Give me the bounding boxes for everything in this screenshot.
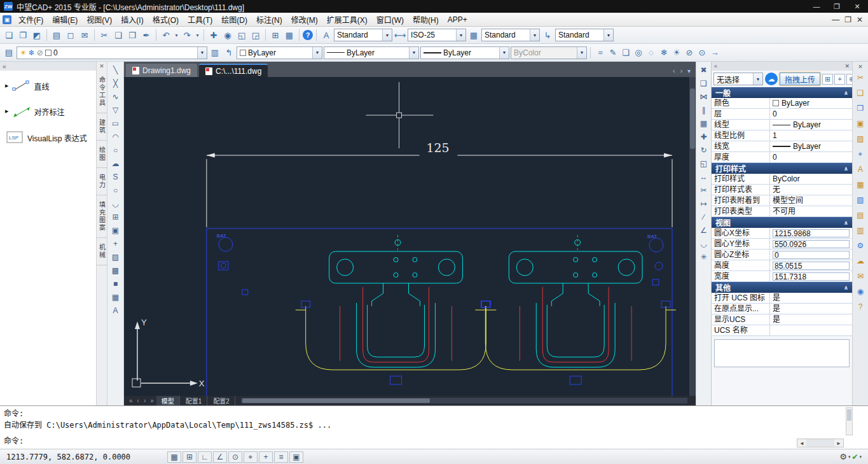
zoom-previous-icon[interactable]: ◲	[249, 29, 262, 41]
menu-app-plus[interactable]: APP+	[443, 13, 472, 26]
tab-list-icon[interactable]: ▾	[687, 67, 691, 74]
layer-freeze-icon[interactable]: ❄	[658, 46, 670, 59]
rectangle-icon[interactable]: ▭	[109, 117, 122, 129]
region-icon[interactable]: ■	[109, 278, 122, 290]
redo-icon[interactable]: ↷	[181, 29, 193, 41]
move-icon[interactable]: ✚	[698, 130, 710, 143]
construction-line-icon[interactable]: ╳	[109, 77, 122, 89]
explode-icon[interactable]: ✳	[698, 251, 710, 263]
gradient-icon[interactable]: ▩	[109, 264, 122, 276]
circle-icon[interactable]: ○	[109, 144, 122, 156]
annotation-check-icon[interactable]: ✔	[851, 453, 858, 461]
color-combo[interactable]: ByLayer ▾	[237, 46, 322, 59]
dock-cloud-icon[interactable]: ☁	[854, 255, 867, 266]
extend-icon[interactable]: ↦	[698, 197, 710, 209]
ellipse-arc-icon[interactable]: ◡	[109, 197, 122, 209]
line-icon[interactable]: ╲	[109, 64, 122, 76]
scale-icon[interactable]: ◱	[698, 157, 710, 169]
drawing-canvas[interactable]: 125 BAT BAT	[124, 77, 696, 396]
otrack-icon[interactable]: ⌖	[244, 451, 258, 463]
dock-hatch-icon[interactable]: ▨	[854, 133, 867, 144]
undo-history-arrow-icon[interactable]: ▾	[174, 29, 179, 41]
zoom-realtime-icon[interactable]: ◉	[221, 29, 234, 41]
copy-icon[interactable]: ❑	[112, 29, 125, 41]
chevron-down-icon[interactable]: ▾	[382, 29, 392, 41]
snap-icon[interactable]: ⊞	[183, 451, 196, 463]
scroll-right-icon[interactable]: ▶	[834, 440, 843, 446]
chevron-down-icon[interactable]: ▾	[603, 29, 613, 41]
text-style-combo[interactable]: Standard ▾	[334, 29, 392, 41]
gear-icon[interactable]: ⚙	[839, 452, 847, 461]
quick-select-icon[interactable]: ⊞	[822, 74, 833, 85]
dim-style-combo[interactable]: ISO-25 ▾	[408, 29, 466, 41]
open-file-icon[interactable]: ❐	[17, 29, 29, 41]
menu-express-tools[interactable]: 扩展工具(X)	[322, 12, 372, 27]
new-file-icon[interactable]: ❏	[3, 29, 15, 41]
corner-marker-left[interactable]: BAT	[217, 233, 248, 295]
offset-icon[interactable]: ∥	[698, 104, 710, 116]
menu-format[interactable]: 格式(O)	[148, 12, 183, 27]
publish-icon[interactable]: ✉	[78, 29, 91, 41]
ortho-icon[interactable]: ∟	[198, 451, 212, 463]
menu-file[interactable]: 文件(F)	[14, 12, 48, 27]
chevron-down-icon[interactable]: ▾	[753, 73, 762, 85]
chamfer-icon[interactable]: ∠	[698, 224, 710, 236]
palette-item-line[interactable]: ▶ 直线	[5, 80, 91, 92]
chevron-down-icon[interactable]: ▾	[499, 47, 509, 59]
chevron-down-icon[interactable]: ▾	[409, 47, 418, 59]
layer-walk-icon[interactable]: ≈	[594, 46, 607, 59]
fillet-icon[interactable]: ◡	[698, 237, 710, 250]
zw-cloud-icon[interactable]: ☁	[765, 73, 778, 85]
redo-history-arrow-icon[interactable]: ▾	[195, 29, 200, 41]
dimension-125[interactable]: 125	[207, 141, 672, 227]
dock-text-icon[interactable]: A	[854, 164, 867, 174]
model-space-icon[interactable]: ▣	[289, 451, 303, 463]
restore-document-icon[interactable]: ❐	[844, 15, 851, 24]
next-layout-icon[interactable]: ›	[142, 397, 148, 404]
menu-view[interactable]: 视图(V)	[82, 12, 116, 27]
trim-icon[interactable]: ✂	[698, 184, 710, 196]
scroll-left-icon[interactable]: ◀	[797, 440, 806, 446]
point-icon[interactable]: +	[109, 237, 122, 250]
bracket-assembly-right[interactable]	[475, 235, 676, 384]
table-style-combo[interactable]: Standard ▾	[481, 29, 540, 41]
command-line-area[interactable]: 命令: 自动保存到 C:\Users\Administrator\AppData…	[0, 405, 868, 449]
collapse-section-icon[interactable]: ∧	[844, 165, 848, 172]
collapse-section-icon[interactable]: ∧	[844, 220, 848, 226]
command-prompt[interactable]: 命令:	[4, 435, 24, 447]
command-horizontal-scrollbar[interactable]: ◀ ▶	[797, 439, 844, 447]
lineweight-combo[interactable]: ByLayer ▾	[420, 46, 509, 59]
mirror-icon[interactable]: ⋈	[698, 90, 710, 102]
menu-edit[interactable]: 编辑(E)	[48, 12, 82, 27]
copy-icon[interactable]: ❑	[698, 77, 710, 89]
doc-tab-drawing1[interactable]: Drawing1.dwg	[126, 64, 197, 77]
zoom-window-icon[interactable]: ◱	[235, 29, 248, 41]
dock-block-icon[interactable]: ▣	[854, 118, 867, 129]
dock-settings-icon[interactable]: ⚙	[854, 240, 867, 251]
named-views-icon[interactable]: ▦	[283, 29, 296, 41]
menu-tools[interactable]: 工具(T)	[183, 12, 217, 27]
close-document-icon[interactable]: ✕	[857, 15, 863, 24]
select-objects-icon[interactable]: ⌖	[834, 74, 845, 85]
plot-icon[interactable]: ▤	[50, 29, 63, 41]
dock-paste-icon[interactable]: ❒	[854, 102, 867, 113]
collapse-section-icon[interactable]: ∧	[844, 90, 848, 96]
pan-icon[interactable]: ✚	[207, 29, 220, 41]
layer-properties-manager-icon[interactable]: ▤	[3, 46, 15, 59]
close-window-icon[interactable]: ✕	[850, 3, 864, 11]
dock-cut-icon[interactable]: ✂	[854, 72, 867, 83]
section-header-general[interactable]: 一般 ∧	[712, 87, 852, 98]
copy-to-layer-icon[interactable]: ❑	[619, 46, 632, 59]
chevron-down-icon[interactable]: ▾	[312, 47, 322, 59]
palette-item-visuallisp[interactable]: LSP VisualLisp 表达式	[5, 130, 91, 144]
minimize-document-icon[interactable]: —	[832, 15, 839, 24]
osnap-icon[interactable]: ⊙	[228, 451, 242, 463]
palette-tab-command-tools[interactable]: 命令工具	[97, 71, 107, 113]
palette-tab-architecture[interactable]: 建筑	[97, 113, 107, 141]
menu-window[interactable]: 窗口(W)	[372, 12, 408, 27]
erase-icon[interactable]: ✖	[698, 64, 710, 76]
insert-block-icon[interactable]: ⊞	[109, 211, 122, 223]
dock-print-icon[interactable]: ▥	[854, 225, 867, 236]
lineweight-icon[interactable]: ≡	[274, 451, 288, 463]
dyn-icon[interactable]: +	[259, 451, 273, 463]
